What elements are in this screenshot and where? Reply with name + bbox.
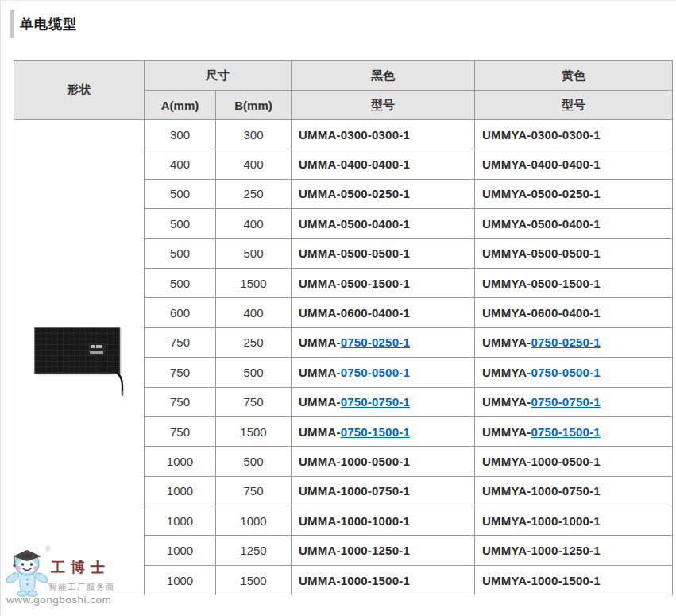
model-cell-black: UMMA-0600-0400-1 bbox=[292, 298, 475, 327]
cell-b-mm: 1000 bbox=[216, 506, 292, 536]
cell-a-mm: 500 bbox=[145, 209, 216, 238]
model-cell-black: UMMA-1000-1000-1 bbox=[292, 506, 475, 536]
model-text: UMMA-1000-1000-1 bbox=[299, 514, 410, 528]
model-text: UMMA-1000-0500-1 bbox=[299, 455, 410, 468]
model-cell-yellow: UMMYA-0750-0250-1 bbox=[475, 327, 673, 357]
model-cell-black: UMMA-1000-1250-1 bbox=[292, 536, 475, 565]
model-text: UMMA-1000-1250-1 bbox=[299, 544, 410, 557]
model-text: UMMYA-0500-1500-1 bbox=[482, 277, 601, 290]
model-text: UMMA-0500-1500-1 bbox=[299, 277, 410, 290]
product-photo bbox=[34, 327, 120, 374]
cell-b-mm: 250 bbox=[216, 179, 292, 208]
cable-spec-table: 形状 尺寸 黑色 黄色 A(mm) B(mm) 型号 型号 bbox=[14, 60, 673, 595]
model-prefix: UMMA- bbox=[299, 395, 341, 409]
header-black: 黑色 bbox=[292, 61, 475, 91]
model-cell-yellow: UMMYA-0750-0750-1 bbox=[475, 387, 673, 416]
header-size: 尺寸 bbox=[145, 61, 292, 91]
shape-cell bbox=[14, 120, 145, 595]
cell-a-mm: 500 bbox=[145, 179, 216, 208]
model-cell-yellow: UMMYA-0300-0300-1 bbox=[475, 120, 673, 149]
page: { "page": { "title": "单电缆型" }, "table": … bbox=[0, 0, 676, 616]
model-text: UMMA-0500-0500-1 bbox=[299, 246, 410, 260]
model-link-yellow[interactable]: 0750-0250-1 bbox=[531, 335, 600, 349]
model-link-yellow[interactable]: 0750-1500-1 bbox=[531, 425, 600, 439]
model-text: UMMYA-0400-0400-1 bbox=[482, 157, 601, 171]
table-row: 300300UMMA-0300-0300-1UMMYA-0300-0300-1 bbox=[14, 120, 673, 149]
cell-a-mm: 750 bbox=[145, 387, 216, 416]
model-cell-yellow: UMMYA-1000-1500-1 bbox=[475, 565, 673, 595]
table-body: 300300UMMA-0300-0300-1UMMYA-0300-0300-1 … bbox=[14, 120, 673, 595]
header-yellow: 黄色 bbox=[475, 61, 673, 91]
model-cell-black: UMMA-1000-0500-1 bbox=[292, 447, 475, 476]
cable-mat-image bbox=[34, 327, 120, 374]
cell-b-mm: 300 bbox=[216, 120, 292, 149]
cell-b-mm: 400 bbox=[216, 149, 292, 179]
registered-mark: ® bbox=[45, 545, 51, 553]
cell-a-mm: 600 bbox=[145, 298, 216, 327]
model-cell-black: UMMA-0750-0250-1 bbox=[292, 327, 475, 357]
cell-b-mm: 500 bbox=[216, 238, 292, 268]
cell-b-mm: 750 bbox=[216, 476, 292, 506]
model-prefix: UMMYA- bbox=[482, 366, 531, 379]
header-yellow-model: 型号 bbox=[475, 91, 673, 120]
model-text: UMMA-0600-0400-1 bbox=[299, 306, 410, 320]
title-accent-bar bbox=[10, 10, 14, 38]
model-cell-black: UMMA-1000-0750-1 bbox=[292, 476, 475, 506]
model-cell-yellow: UMMYA-0750-0500-1 bbox=[475, 358, 673, 387]
model-prefix: UMMYA- bbox=[482, 335, 531, 349]
cell-b-mm: 750 bbox=[216, 387, 292, 416]
model-cell-black: UMMA-0500-0400-1 bbox=[292, 209, 475, 238]
model-text: UMMYA-1000-0500-1 bbox=[482, 455, 601, 468]
table-header: 形状 尺寸 黑色 黄色 A(mm) B(mm) 型号 型号 bbox=[14, 61, 673, 120]
cable-wire bbox=[114, 370, 126, 397]
model-text: UMMYA-0500-0400-1 bbox=[482, 217, 601, 231]
model-text: UMMYA-1000-1250-1 bbox=[482, 544, 601, 557]
model-link-yellow[interactable]: 0750-0750-1 bbox=[531, 395, 600, 409]
cell-a-mm: 750 bbox=[145, 416, 216, 446]
model-text: UMMYA-0500-0500-1 bbox=[482, 246, 601, 260]
model-cell-yellow: UMMYA-0400-0400-1 bbox=[475, 149, 673, 179]
model-cell-black: UMMA-0400-0400-1 bbox=[292, 149, 475, 179]
model-cell-yellow: UMMYA-0750-1500-1 bbox=[475, 416, 673, 446]
model-cell-yellow: UMMYA-0500-0500-1 bbox=[475, 238, 673, 268]
model-text: UMMYA-1000-1000-1 bbox=[482, 514, 601, 528]
model-cell-black: UMMA-0750-0500-1 bbox=[292, 358, 475, 387]
cell-b-mm: 250 bbox=[216, 327, 292, 357]
model-cell-black: UMMA-0500-0500-1 bbox=[292, 238, 475, 268]
model-link-black[interactable]: 0750-0500-1 bbox=[341, 366, 410, 379]
model-text: UMMA-0400-0400-1 bbox=[299, 157, 410, 171]
model-link-yellow[interactable]: 0750-0500-1 bbox=[531, 366, 600, 379]
model-cell-black: UMMA-1000-1500-1 bbox=[292, 565, 475, 595]
cell-b-mm: 500 bbox=[216, 358, 292, 387]
model-text: UMMYA-0500-0250-1 bbox=[482, 187, 601, 200]
model-cell-yellow: UMMYA-1000-1250-1 bbox=[475, 536, 673, 565]
mat-label bbox=[88, 343, 106, 356]
model-cell-black: UMMA-0750-1500-1 bbox=[292, 416, 475, 446]
model-text: UMMA-0500-0400-1 bbox=[299, 217, 410, 231]
watermark-tagline: 智能工厂服务商 bbox=[48, 582, 115, 593]
model-prefix: UMMYA- bbox=[482, 395, 531, 409]
page-title: 单电缆型 bbox=[20, 15, 77, 33]
cell-a-mm: 500 bbox=[145, 268, 216, 297]
cell-a-mm: 1000 bbox=[145, 447, 216, 476]
model-text: UMMA-1000-1500-1 bbox=[299, 574, 410, 587]
watermark: ® 工博士 智能工厂服务商 www.gongboshi.com bbox=[6, 545, 124, 609]
model-link-black[interactable]: 0750-0250-1 bbox=[341, 335, 410, 349]
model-cell-yellow: UMMYA-0500-1500-1 bbox=[475, 268, 673, 297]
model-prefix: UMMYA- bbox=[482, 425, 531, 439]
model-cell-yellow: UMMYA-0600-0400-1 bbox=[475, 298, 673, 327]
section-title-block: 单电缆型 bbox=[10, 9, 676, 39]
cell-a-mm: 300 bbox=[145, 120, 216, 149]
cell-b-mm: 500 bbox=[216, 447, 292, 476]
cell-a-mm: 1000 bbox=[145, 536, 216, 565]
cell-a-mm: 1000 bbox=[145, 476, 216, 506]
model-cell-black: UMMA-0500-0250-1 bbox=[292, 179, 475, 208]
model-link-black[interactable]: 0750-0750-1 bbox=[341, 395, 410, 409]
model-text: UMMYA-0300-0300-1 bbox=[482, 128, 601, 141]
model-cell-yellow: UMMYA-0500-0400-1 bbox=[475, 209, 673, 238]
model-text: UMMA-0500-0250-1 bbox=[299, 187, 410, 200]
cell-a-mm: 1000 bbox=[145, 565, 216, 595]
cell-a-mm: 750 bbox=[145, 358, 216, 387]
cell-b-mm: 400 bbox=[216, 298, 292, 327]
model-link-black[interactable]: 0750-1500-1 bbox=[341, 425, 410, 439]
